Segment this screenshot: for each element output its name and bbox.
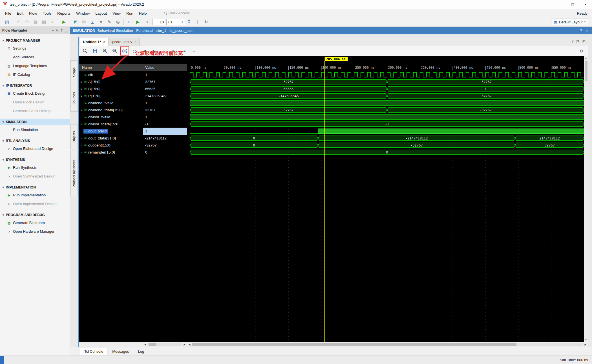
- scroll-right-icon[interactable]: ▶: [583, 343, 588, 346]
- find-button[interactable]: [81, 47, 89, 55]
- console-tab-tcl-console[interactable]: Tcl Console: [80, 348, 107, 355]
- signal-name-row[interactable]: ∿divisor_tvalid: [79, 114, 143, 121]
- flow-section-program-and-debug[interactable]: ∨PROGRAM AND DEBUG: [0, 212, 70, 218]
- signal-name-row[interactable]: >≋B[15:0]: [79, 85, 143, 92]
- quick-access-search[interactable]: Quick Access: [162, 11, 205, 16]
- side-tab-sources[interactable]: Sources: [70, 85, 78, 112]
- signal-name-row[interactable]: >≋quotient[15:0]: [79, 142, 143, 149]
- run-time-input[interactable]: [152, 19, 165, 25]
- close-icon[interactable]: ×: [134, 40, 136, 44]
- expand-arrow-icon[interactable]: >: [7, 230, 11, 233]
- maximize-icon[interactable]: ◱: [582, 39, 586, 43]
- scroll-left-icon[interactable]: ◀: [143, 343, 147, 346]
- flow-section-implementation[interactable]: ∨IMPLEMENTATION: [0, 184, 70, 191]
- minimize-icon[interactable]: ▁: [65, 29, 67, 32]
- waveform-canvas[interactable]: 0.000 ns50.000 ns100.000 ns150.000 ns200…: [187, 56, 588, 342]
- flow-section-project-manager[interactable]: ∨PROJECT MANAGER: [0, 37, 70, 44]
- expand-arrow-icon[interactable]: >: [7, 147, 11, 150]
- value-panel-scrollbar[interactable]: ◀ ▶: [143, 342, 187, 347]
- name-column-header[interactable]: Name: [79, 64, 143, 71]
- restart-sim-button[interactable]: ⇤: [125, 18, 134, 26]
- signal-name-row[interactable]: ∿dout_tvalid: [79, 128, 143, 135]
- minimize-button[interactable]: –: [553, 0, 566, 9]
- flow-section-simulation[interactable]: ∨SIMULATION: [0, 119, 70, 125]
- menu-window[interactable]: Window: [73, 10, 92, 17]
- expand-arrow-icon[interactable]: >: [79, 87, 83, 91]
- signal-name-row[interactable]: ∿dividend_tvalid: [79, 99, 143, 106]
- flow-item-open-block-design[interactable]: Open Block Design: [0, 98, 70, 106]
- signal-value-cell[interactable]: 1: [143, 114, 187, 121]
- report-button[interactable]: Σ: [88, 18, 97, 26]
- flow-section-synthesis[interactable]: ∨SYNTHESIS: [0, 156, 70, 163]
- expand-arrow-icon[interactable]: >: [7, 202, 11, 206]
- flow-item-settings[interactable]: ⚙Settings: [0, 44, 70, 53]
- menu-tools[interactable]: Tools: [40, 10, 55, 17]
- zoom-out-button[interactable]: [111, 47, 118, 55]
- copy-button[interactable]: ▥: [31, 18, 40, 26]
- float-icon[interactable]: ◳: [576, 39, 579, 43]
- flow-section-rtl-analysis[interactable]: ∨RTL ANALYSIS: [0, 137, 70, 144]
- wave-settings-gear-icon[interactable]: ⚙: [578, 47, 585, 55]
- signal-name-row[interactable]: >≋remainder[15:0]: [79, 149, 143, 156]
- flow-item-language-templates[interactable]: ▤Language Templates: [0, 61, 70, 70]
- flow-item-create-block-design[interactable]: ▣Create Block Design: [0, 89, 70, 98]
- flow-item-generate-bitstream[interactable]: ▦Generate Bitstream: [0, 218, 70, 227]
- expand-arrow-icon[interactable]: >: [7, 175, 11, 178]
- tab-ipcore-test-v[interactable]: ipcore_test.v×: [108, 38, 140, 46]
- signal-name-row[interactable]: ∿clk: [79, 71, 143, 78]
- time-unit-select[interactable]: us▾: [166, 19, 185, 25]
- expand-arrow-icon[interactable]: >: [79, 144, 83, 147]
- signal-name-row[interactable]: >≋divisor_tdata[15:0]: [79, 121, 143, 128]
- properties-button[interactable]: ≡: [97, 18, 105, 26]
- edit-button[interactable]: ✎: [105, 18, 114, 26]
- run-all-button[interactable]: ▶: [134, 18, 142, 26]
- menu-run[interactable]: Run: [123, 10, 136, 17]
- signal-value-cell[interactable]: 1: [143, 128, 187, 135]
- help-icon[interactable]: ?: [572, 39, 574, 43]
- probe-button[interactable]: ◎: [114, 18, 122, 26]
- expand-arrow-icon[interactable]: >: [79, 94, 83, 98]
- close-icon[interactable]: ×: [103, 40, 105, 44]
- expand-arrow-icon[interactable]: >: [79, 108, 83, 112]
- menu-help[interactable]: Help: [136, 10, 150, 17]
- help-icon[interactable]: ?: [61, 29, 63, 32]
- signal-value-cell[interactable]: -2147418112: [143, 135, 187, 142]
- flow-item-open-elaborated-design[interactable]: >Open Elaborated Design: [0, 144, 70, 153]
- signal-value-cell[interactable]: 2147385345: [143, 92, 187, 99]
- delete-button[interactable]: ×: [48, 18, 57, 26]
- expand-arrow-icon[interactable]: >: [79, 151, 83, 154]
- paste-button[interactable]: ▦: [40, 18, 48, 26]
- help-icon[interactable]: ?: [580, 28, 582, 33]
- signal-value-cell[interactable]: 65535: [143, 85, 187, 92]
- flow-item-add-sources[interactable]: +Add Sources: [0, 53, 70, 61]
- menu-layout[interactable]: Layout: [92, 10, 110, 17]
- swap-cursors-button[interactable]: ↔: [190, 47, 197, 55]
- wave-scroll-thumb[interactable]: [192, 343, 516, 346]
- value-column-header[interactable]: Value: [143, 64, 187, 71]
- pause-button[interactable]: ∥: [193, 18, 202, 26]
- console-tab-log[interactable]: Log: [134, 348, 148, 355]
- run-for-time-button[interactable]: ↧: [185, 18, 193, 26]
- step-button[interactable]: ⇥: [142, 18, 151, 26]
- expand-arrow-icon[interactable]: >: [79, 137, 83, 140]
- flow-item-open-synthesized-design[interactable]: >Open Synthesized Design: [0, 172, 70, 181]
- flow-item-run-simulation[interactable]: Run Simulation: [0, 125, 70, 134]
- relaunch-button[interactable]: ↻: [202, 18, 210, 26]
- menu-flow[interactable]: Flow: [26, 10, 40, 17]
- flow-item-ip-catalog[interactable]: ▦IP Catalog: [0, 70, 70, 79]
- maximize-button[interactable]: □: [566, 0, 579, 9]
- zoom-fit-button[interactable]: [121, 47, 128, 55]
- flow-item-generate-block-design[interactable]: Generate Block Design: [0, 106, 70, 115]
- flow-item-run-synthesis[interactable]: ▶Run Synthesis: [0, 163, 70, 172]
- signal-value-cell[interactable]: 1: [143, 99, 187, 106]
- signal-name-row[interactable]: >≋P[31:0]: [79, 92, 143, 99]
- value-scroll-thumb[interactable]: [149, 343, 156, 346]
- tab-untitled-1[interactable]: Untitled 1*×: [80, 38, 108, 46]
- console-tab-messages[interactable]: Messages: [108, 348, 133, 355]
- signal-name-row[interactable]: >≋dout_tdata[31:0]: [79, 135, 143, 142]
- run-button[interactable]: ▶: [60, 18, 68, 26]
- side-tab-scope[interactable]: Scope: [70, 60, 78, 84]
- signal-value-cell[interactable]: 1: [143, 71, 187, 78]
- toggle-labels-icon[interactable]: ≡: [52, 29, 54, 32]
- flow-item-open-implemented-design[interactable]: >Open Implemented Design: [0, 199, 70, 208]
